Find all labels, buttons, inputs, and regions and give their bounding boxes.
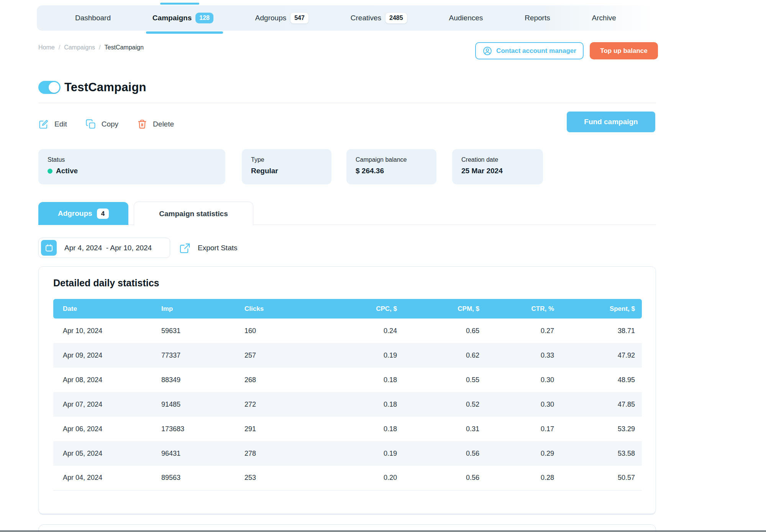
table-cell: 88349 bbox=[149, 368, 233, 392]
viewport-bottom-edge bbox=[0, 530, 766, 532]
table-row: Apr 05, 2024964312780.190.560.2953.58 bbox=[53, 441, 642, 466]
creation-date-value: 25 Mar 2024 bbox=[461, 167, 534, 175]
table-cell: 50.57 bbox=[557, 466, 642, 490]
table-cell: 268 bbox=[233, 368, 344, 392]
table-cell: 53.29 bbox=[557, 417, 642, 441]
nav-item-label: Archive bbox=[592, 14, 616, 22]
table-row: Apr 06, 20241736832910.180.310.1753.29 bbox=[53, 417, 642, 441]
table-cell: 253 bbox=[233, 466, 344, 490]
table-cell: 0.56 bbox=[400, 441, 482, 466]
tab-campaign-statistics[interactable]: Campaign statistics bbox=[134, 202, 253, 225]
table-cell: Apr 09, 2024 bbox=[53, 343, 149, 368]
page-title: TestCampaign bbox=[64, 80, 146, 94]
stats-card-title: Detailed daily statistics bbox=[53, 277, 159, 289]
table-cell: 53.58 bbox=[557, 441, 642, 466]
table-row: Apr 08, 2024883492680.180.550.3048.95 bbox=[53, 368, 642, 392]
column-header: CPC, $ bbox=[344, 299, 400, 319]
nav-item-badge: 2485 bbox=[385, 12, 407, 24]
creation-date-label: Creation date bbox=[461, 156, 534, 163]
column-header: Imp bbox=[149, 299, 233, 319]
table-row: Apr 04, 2024895632530.200.560.2850.57 bbox=[53, 466, 642, 490]
table-cell: 173683 bbox=[149, 417, 233, 441]
delete-button[interactable]: Delete bbox=[137, 119, 174, 130]
export-stats-label: Export Stats bbox=[198, 244, 238, 252]
table-cell: 0.29 bbox=[482, 441, 557, 466]
table-cell: Apr 08, 2024 bbox=[53, 368, 149, 392]
table-cell: 0.65 bbox=[400, 319, 482, 343]
table-cell: 96431 bbox=[149, 441, 233, 466]
stats-table: DateImpClicksCPC, $CPM, $CTR, %Spent, $ … bbox=[53, 299, 642, 491]
table-cell: 48.95 bbox=[557, 368, 642, 392]
balance-label: Campaign balance bbox=[356, 156, 427, 163]
calendar-icon bbox=[41, 240, 57, 256]
date-range-value: Apr 4, 2024 - Apr 10, 2024 bbox=[64, 244, 152, 252]
table-cell: 38.71 bbox=[557, 319, 642, 343]
table-cell: 0.18 bbox=[344, 417, 400, 441]
delete-label: Delete bbox=[153, 120, 174, 128]
nav-item-label: Creatives bbox=[351, 14, 381, 22]
balance-value: $ 264.36 bbox=[356, 167, 427, 175]
nav-item-label: Campaigns bbox=[153, 14, 192, 22]
breadcrumb-campaigns[interactable]: Campaigns bbox=[64, 44, 95, 51]
nav-item-adgroups[interactable]: Adgroups547 bbox=[255, 12, 309, 24]
nav-item-campaigns[interactable]: Campaigns128 bbox=[153, 13, 213, 23]
campaign-active-toggle[interactable] bbox=[38, 81, 61, 94]
nav-item-dashboard[interactable]: Dashboard bbox=[75, 14, 111, 22]
column-header: Date bbox=[53, 299, 149, 319]
table-cell: 0.20 bbox=[344, 466, 400, 490]
active-tab-underline bbox=[146, 31, 223, 34]
table-cell: 0.62 bbox=[400, 343, 482, 368]
table-cell: 0.28 bbox=[482, 466, 557, 490]
table-cell: Apr 06, 2024 bbox=[53, 417, 149, 441]
detailed-statistics-card: Detailed daily statistics DateImpClicksC… bbox=[38, 266, 656, 514]
nav-item-audiences[interactable]: Audiences bbox=[449, 14, 483, 22]
stats-table-body: Apr 10, 2024596311600.240.650.2738.71Apr… bbox=[53, 319, 642, 490]
table-cell: 0.27 bbox=[482, 319, 557, 343]
edit-label: Edit bbox=[54, 120, 67, 128]
copy-icon bbox=[85, 119, 96, 130]
table-cell: 47.92 bbox=[557, 343, 642, 368]
table-cell: 0.30 bbox=[482, 392, 557, 417]
fund-button-label: Fund campaign bbox=[584, 118, 638, 126]
nav-item-label: Dashboard bbox=[75, 14, 111, 22]
edit-button[interactable]: Edit bbox=[38, 119, 67, 130]
table-cell: 59631 bbox=[149, 319, 233, 343]
table-cell: 0.17 bbox=[482, 417, 557, 441]
status-dot bbox=[48, 169, 52, 174]
column-header: CTR, % bbox=[482, 299, 557, 319]
date-range-picker[interactable]: Apr 4, 2024 - Apr 10, 2024 bbox=[38, 238, 170, 258]
actions-row: Edit Copy Delete bbox=[38, 113, 174, 135]
column-header: Clicks bbox=[233, 299, 344, 319]
breadcrumb-current: TestCampaign bbox=[105, 44, 144, 51]
table-cell: 272 bbox=[233, 392, 344, 417]
trash-icon bbox=[137, 119, 148, 130]
top-up-balance-button[interactable]: Top up balance bbox=[590, 42, 658, 59]
breadcrumb-home[interactable]: Home bbox=[38, 44, 55, 51]
table-cell: Apr 10, 2024 bbox=[53, 319, 149, 343]
breadcrumb-separator: / bbox=[59, 44, 60, 51]
column-header: Spent, $ bbox=[557, 299, 642, 319]
nav-item-creatives[interactable]: Creatives2485 bbox=[351, 12, 407, 24]
nav-item-label: Audiences bbox=[449, 14, 483, 22]
stats-table-header-row: DateImpClicksCPC, $CPM, $CTR, %Spent, $ bbox=[53, 299, 642, 319]
nav-item-archive[interactable]: Archive bbox=[592, 14, 616, 22]
tab-adgroups[interactable]: Adgroups 4 bbox=[38, 202, 128, 225]
navbar: DashboardCampaigns128Adgroups547Creative… bbox=[37, 5, 656, 31]
table-cell: 0.56 bbox=[400, 466, 482, 490]
fund-campaign-button[interactable]: Fund campaign bbox=[567, 112, 655, 132]
contact-account-manager-button[interactable]: Contact account manager bbox=[475, 42, 584, 59]
stats-tab-label: Campaign statistics bbox=[159, 210, 228, 218]
table-row: Apr 10, 2024596311600.240.650.2738.71 bbox=[53, 319, 642, 343]
table-cell: 77337 bbox=[149, 343, 233, 368]
table-cell: 0.24 bbox=[344, 319, 400, 343]
info-cards-row: Status Active Type Regular Campaign bala… bbox=[38, 149, 543, 184]
pencil-square-icon bbox=[38, 119, 49, 130]
table-cell: 0.30 bbox=[482, 368, 557, 392]
nav-item-reports[interactable]: Reports bbox=[525, 14, 550, 22]
table-cell: 291 bbox=[233, 417, 344, 441]
export-stats-button[interactable]: Export Stats bbox=[179, 240, 238, 256]
copy-button[interactable]: Copy bbox=[85, 119, 118, 130]
type-value: Regular bbox=[251, 167, 322, 175]
adgroups-tab-label: Adgroups bbox=[58, 209, 92, 218]
nav-item-badge: 547 bbox=[290, 12, 309, 24]
